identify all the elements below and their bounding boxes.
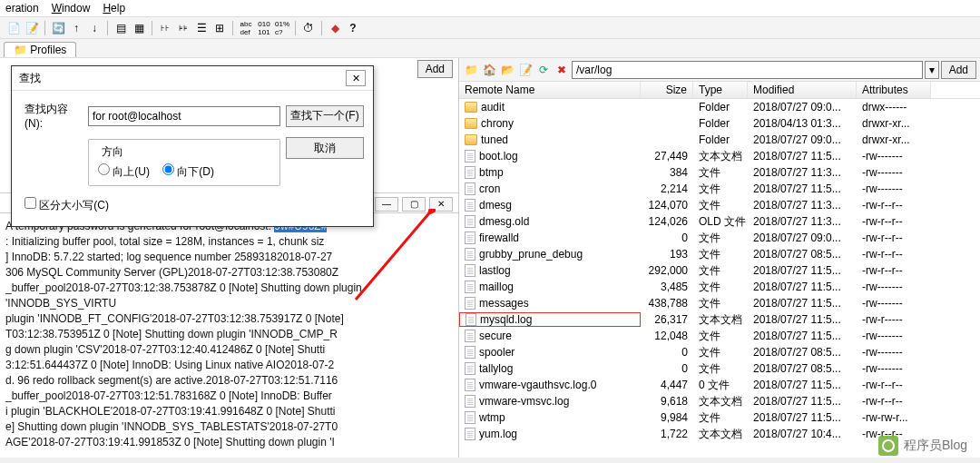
table-row[interactable]: btmp384文件2018/07/27 11:3...-rw------- xyxy=(459,164,980,181)
col-name[interactable]: Remote Name xyxy=(459,82,641,98)
find-input[interactable] xyxy=(88,106,280,126)
remote-path-bar: 📁 🏠 📂 📝 ⟳ ✖ ▾ Add xyxy=(459,58,980,82)
table-row[interactable]: boot.log27,449文本文档2018/07/27 11:5...-rw-… xyxy=(459,148,980,164)
nav-open-icon[interactable]: 📂 xyxy=(499,62,515,78)
radio-down[interactable]: 向下(D) xyxy=(162,163,214,180)
file-icon xyxy=(465,330,475,342)
nav-home-icon[interactable]: 🏠 xyxy=(481,62,497,78)
log-viewer[interactable]: A temporary password is generated for ro… xyxy=(0,212,458,458)
table-row[interactable]: dmesg.old124,026OLD 文件2018/07/27 11:3...… xyxy=(459,213,980,230)
file-icon xyxy=(465,199,475,212)
case-sensitive-checkbox[interactable]: 区分大小写(C) xyxy=(24,199,109,212)
folder-icon xyxy=(465,102,477,113)
tool-view1-icon[interactable]: ▤ xyxy=(113,20,129,36)
log-maximize-icon[interactable]: ▢ xyxy=(402,197,426,212)
table-row[interactable]: vmware-vmsvc.log9,618文本文档2018/07/27 11:5… xyxy=(459,393,980,409)
left-add-button[interactable]: Add xyxy=(417,60,453,78)
tool-sync-icon[interactable]: 🔄 xyxy=(50,20,66,36)
tool-010-icon[interactable]: 010101 xyxy=(256,20,272,36)
table-row[interactable]: tunedFolder2018/07/27 09:0...drwxr-xr... xyxy=(459,132,980,148)
table-row[interactable]: chronyFolder2018/04/13 01:3...drwxr-xr..… xyxy=(459,115,980,132)
table-row[interactable]: maillog3,485文件2018/07/27 11:5...-rw-----… xyxy=(459,279,980,295)
watermark: 程序员Blog xyxy=(878,436,967,456)
dialog-title: 查找 xyxy=(19,71,41,86)
tool-new-icon[interactable]: 📄 xyxy=(5,20,22,36)
file-icon xyxy=(465,232,475,244)
table-row[interactable]: cron2,214文件2018/07/27 11:5...-rw------- xyxy=(459,181,980,197)
folder-icon: 📁 xyxy=(14,44,27,56)
file-icon xyxy=(465,346,475,359)
tool-pct-icon[interactable]: 01%c? xyxy=(274,20,290,36)
remote-file-grid[interactable]: Remote Name Size Type Modified Attribute… xyxy=(459,82,980,458)
tool-list-icon[interactable]: ☰ xyxy=(193,20,210,36)
tool-tree1-icon[interactable]: ⊦⊦ xyxy=(157,20,173,36)
tab-profiles[interactable]: 📁 Profiles xyxy=(4,42,76,57)
table-row[interactable]: messages438,788文件2018/07/27 11:5...-rw--… xyxy=(459,295,980,311)
nav-edit-icon[interactable]: 📝 xyxy=(517,62,534,78)
tool-bell-icon[interactable]: ◆ xyxy=(327,20,343,36)
menu-item-window[interactable]: Window xyxy=(52,2,91,15)
menu-item-operation[interactable]: eration xyxy=(5,2,39,15)
nav-refresh-icon[interactable]: ⟳ xyxy=(535,62,552,78)
direction-group: 方向 向上(U) 向下(D) xyxy=(88,139,280,186)
tab-bar: 📁 Profiles xyxy=(0,39,980,58)
col-size[interactable]: Size xyxy=(641,82,693,98)
log-minimize-icon[interactable]: — xyxy=(375,197,398,212)
find-next-button[interactable]: 查找下一个(F) xyxy=(286,105,364,127)
log-close-icon[interactable]: ✕ xyxy=(429,197,453,212)
table-row[interactable]: spooler0文件2018/07/27 08:5...-rw------- xyxy=(459,344,980,360)
col-modified[interactable]: Modified xyxy=(748,82,857,98)
file-icon xyxy=(466,313,476,326)
tool-edit-icon[interactable]: 📝 xyxy=(24,20,40,36)
watermark-logo-icon xyxy=(878,436,898,456)
file-icon xyxy=(465,248,475,261)
radio-up[interactable]: 向上(U) xyxy=(98,163,150,180)
right-add-button[interactable]: Add xyxy=(941,61,976,79)
find-label: 查找内容(N): xyxy=(24,102,83,130)
tool-tree2-icon[interactable]: ⊧⊧ xyxy=(175,20,191,36)
file-icon xyxy=(465,379,475,391)
grid-header: Remote Name Size Type Modified Attribute… xyxy=(459,82,980,99)
col-type[interactable]: Type xyxy=(693,82,748,98)
file-icon xyxy=(465,264,475,277)
file-icon xyxy=(465,297,475,310)
tool-up-icon[interactable]: ↑ xyxy=(68,20,84,36)
nav-delete-icon[interactable]: ✖ xyxy=(554,62,570,78)
table-row[interactable]: vmware-vgauthsvc.log.04,4470 文件2018/07/2… xyxy=(459,377,980,393)
table-row[interactable]: grubby_prune_debug193文件2018/07/27 08:5..… xyxy=(459,246,980,262)
table-row[interactable]: mysqld.log26,317文本文档2018/07/27 11:5...-r… xyxy=(459,311,980,328)
main-toolbar: 📄 📝 🔄 ↑ ↓ ▤ ▦ ⊦⊦ ⊧⊧ ☰ ⊞ abcdef 010101 01… xyxy=(0,17,980,39)
tool-down-icon[interactable]: ↓ xyxy=(86,20,103,36)
file-icon xyxy=(465,395,475,408)
dialog-close-icon[interactable]: ✕ xyxy=(346,70,366,86)
path-dropdown-icon[interactable]: ▾ xyxy=(925,61,939,79)
file-icon xyxy=(465,362,475,375)
table-row[interactable]: firewalld0文件2018/07/27 09:0...-rw-r--r-- xyxy=(459,230,980,246)
menu-bar: eration Window Help xyxy=(0,0,980,17)
folder-icon xyxy=(465,134,477,145)
menu-item-help[interactable]: Help xyxy=(103,2,125,15)
nav-folder-icon[interactable]: 📁 xyxy=(463,62,479,78)
tool-clock-icon[interactable]: ⏱ xyxy=(300,20,317,36)
table-row[interactable]: secure12,048文件2018/07/27 11:5...-rw-----… xyxy=(459,328,980,344)
table-row[interactable]: auditFolder2018/07/27 09:0...drwx------ xyxy=(459,99,980,115)
find-dialog: 查找 ✕ 查找内容(N): 查找下一个(F) 方向 向上(U) 向下(D) 取消… xyxy=(11,65,374,227)
folder-icon xyxy=(465,118,477,129)
tool-help-icon[interactable]: ? xyxy=(345,20,361,36)
file-icon xyxy=(465,182,475,195)
file-icon xyxy=(465,281,475,293)
table-row[interactable]: lastlog292,000文件2018/07/27 11:5...-rw-r-… xyxy=(459,262,980,279)
tool-grid-icon[interactable]: ⊞ xyxy=(211,20,228,36)
cancel-button[interactable]: 取消 xyxy=(286,137,364,159)
file-icon xyxy=(465,428,475,440)
table-row[interactable]: tallylog0文件2018/07/27 08:5...-rw------- xyxy=(459,360,980,377)
col-attrs[interactable]: Attributes xyxy=(857,82,931,98)
file-icon xyxy=(465,166,475,179)
tool-abc-icon[interactable]: abcdef xyxy=(238,20,254,36)
tool-view2-icon[interactable]: ▦ xyxy=(131,20,147,36)
table-row[interactable]: wtmp9,984文件2018/07/27 11:5...-rw-rw-r... xyxy=(459,409,980,426)
file-icon xyxy=(465,411,475,424)
table-row[interactable]: dmesg124,070文件2018/07/27 11:3...-rw-r--r… xyxy=(459,197,980,213)
remote-path-input[interactable] xyxy=(572,61,923,79)
right-panel: 📁 🏠 📂 📝 ⟳ ✖ ▾ Add Remote Name Size Type … xyxy=(459,58,980,458)
